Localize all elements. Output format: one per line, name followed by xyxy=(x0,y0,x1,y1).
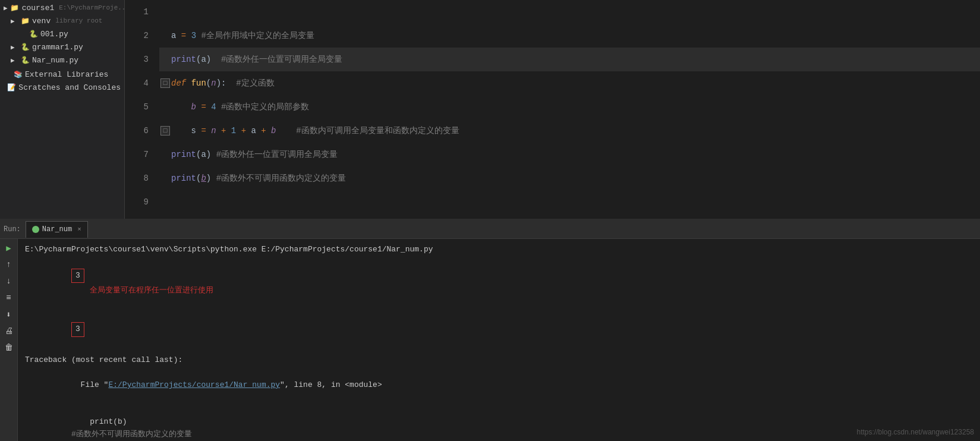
code-token: #函数外不可调用函数内定义的变量 xyxy=(216,166,346,190)
code-token xyxy=(211,143,216,166)
code-token xyxy=(186,71,191,95)
scratch-icon: 📝 xyxy=(7,83,16,92)
code-token: print xyxy=(171,143,196,166)
code-token: = xyxy=(201,95,206,119)
sidebar-item-001py[interactable]: 🐍 001.py xyxy=(0,27,124,40)
code-editor: 1 2 3 4 5 6 7 8 9 a = 3 xyxy=(125,0,980,219)
code-token: print xyxy=(171,166,196,190)
code-token: s xyxy=(191,119,196,143)
sidebar-item-scratches[interactable]: 📝 Scratches and Consoles xyxy=(0,81,124,94)
sidebar-item-external[interactable]: 📚 External Libraries xyxy=(0,68,124,81)
code-token: ) xyxy=(206,166,211,190)
arrow-icon: ▶ xyxy=(11,56,18,64)
code-token: b xyxy=(201,166,206,190)
code-token: ) xyxy=(206,143,211,166)
line-numbers: 1 2 3 4 5 6 7 8 9 xyxy=(125,0,155,219)
run-tab-narnum[interactable]: Nar_num × xyxy=(26,221,88,238)
sidebar-item-label: Nar_num.py xyxy=(32,56,78,65)
output-file-suffix: ", line 8, in <module> xyxy=(280,380,382,389)
folder-icon: 📁 xyxy=(10,3,20,12)
fold-marker-4[interactable]: □ xyxy=(160,78,170,88)
code-token xyxy=(186,24,191,48)
code-token: 1 xyxy=(231,119,236,143)
output-file-line: File "E:/PycharmProjects/course1/Nar_num… xyxy=(25,367,973,404)
output-print-comment: #函数外不可调用函数内定义的变量 xyxy=(71,430,192,439)
sidebar-item-venv[interactable]: ▶ 📁 venv library root xyxy=(0,14,124,27)
run-label: Run: xyxy=(4,225,21,234)
code-line-3: print ( a ) #函数外任一位置可调用全局变量 xyxy=(159,48,980,71)
code-token: def xyxy=(171,71,186,95)
run-button[interactable]: ▶ xyxy=(2,241,15,254)
tab-close-button[interactable]: × xyxy=(77,226,81,233)
output-print-line: print(b) #函数外不可调用函数内定义的变量 xyxy=(25,404,973,441)
sidebar-item-narnum[interactable]: ▶ 🐍 Nar_num.py xyxy=(0,53,124,67)
scroll-down-button[interactable]: ↓ xyxy=(2,275,15,288)
tab-icon xyxy=(32,226,39,233)
output-print-text: print(b) xyxy=(71,417,131,426)
bottom-panel: Run: Nar_num × ▶ ↑ ↓ ≡ ⬇ 🖨 🗑 E:\PycharmP… xyxy=(0,220,980,441)
code-token: ): xyxy=(216,71,226,95)
line-num-9: 9 xyxy=(125,190,149,214)
code-token: a xyxy=(251,119,256,143)
code-token: n xyxy=(211,119,216,143)
code-token xyxy=(171,119,191,143)
folder-icon: 📁 xyxy=(20,16,30,26)
code-token: = xyxy=(181,24,186,48)
pin-button[interactable]: ⬇ xyxy=(2,308,15,321)
code-line-4: □ def fun ( n ): #定义函数 xyxy=(159,71,980,95)
sidebar-item-grammar1[interactable]: ▶ 🐍 grammar1.py xyxy=(0,40,124,53)
code-token: b xyxy=(271,119,276,143)
output-file-prefix: File " xyxy=(71,380,108,389)
code-line-6: □ s = n + 1 + a + xyxy=(159,119,980,143)
sidebar-item-label: grammar1.py xyxy=(32,43,83,52)
py-icon: 🐍 xyxy=(20,55,30,65)
sidebar-item-course1[interactable]: ▶ 📁 course1 E:\PycharmProje... xyxy=(0,1,124,14)
code-token: #定义函数 xyxy=(236,71,274,95)
code-token xyxy=(196,119,201,143)
sidebar: ▶ 📁 course1 E:\PycharmProje... ▶ 📁 venv … xyxy=(0,0,125,219)
code-line-7: print ( a ) #函数外任一位置可调用全局变量 xyxy=(159,143,980,166)
scratches-label: Scratches and Consoles xyxy=(18,83,121,92)
code-token xyxy=(266,119,271,143)
line-num-4: 4 xyxy=(125,71,149,95)
clear-button[interactable]: 🗑 xyxy=(2,341,15,354)
code-token: a xyxy=(201,143,206,166)
run-content: ▶ ↑ ↓ ≡ ⬇ 🖨 🗑 E:\PycharmProjects\course1… xyxy=(0,239,980,441)
code-token: n xyxy=(211,71,216,95)
code-token: 3 xyxy=(191,24,196,48)
code-token: fun xyxy=(191,71,206,95)
code-token xyxy=(206,95,211,119)
course1-path: E:\PycharmProje... xyxy=(59,4,130,11)
output-path-line: E:\PycharmProjects\course1\venv\Scripts\… xyxy=(25,244,973,256)
code-token xyxy=(211,166,216,190)
code-token xyxy=(276,119,297,143)
code-token: #全局作用域中定义的全局变量 xyxy=(201,24,314,48)
run-tab-bar: Run: Nar_num × xyxy=(0,220,980,239)
output-file-link[interactable]: E:/PycharmProjects/course1/Nar_num.py xyxy=(108,380,280,389)
console-output: E:\PycharmProjects\course1\venv\Scripts\… xyxy=(18,239,980,441)
code-token xyxy=(176,24,181,48)
wrap-button[interactable]: ≡ xyxy=(2,291,15,304)
code-token: ( xyxy=(206,71,211,95)
tab-name: Nar_num xyxy=(42,225,72,234)
code-token: #函数外任一位置可调用全局变量 xyxy=(221,48,342,71)
code-line-5: b = 4 #函数中定义的局部参数 xyxy=(159,95,980,119)
output-num2-line: 3 xyxy=(25,310,973,351)
code-token xyxy=(171,95,191,119)
code-token: a xyxy=(171,24,176,48)
code-token: print xyxy=(171,48,196,71)
code-token xyxy=(196,24,201,48)
line-num-3: 3 xyxy=(125,48,149,71)
scroll-up-button[interactable]: ↑ xyxy=(2,258,15,271)
venv-extra: library root xyxy=(55,17,102,24)
line-num-8: 8 xyxy=(125,166,149,190)
code-area[interactable]: a = 3 #全局作用域中定义的全局变量 print ( a ) #函数外任一位… xyxy=(155,0,980,219)
line-num-6: 6 xyxy=(125,119,149,143)
code-token xyxy=(226,71,236,95)
line-num-2: 2 xyxy=(125,24,149,48)
library-icon: 📚 xyxy=(13,70,23,79)
fold-marker-6[interactable]: □ xyxy=(160,126,170,136)
run-content-wrapper: ▶ ↑ ↓ ≡ ⬇ 🖨 🗑 E:\PycharmProjects\course1… xyxy=(0,239,980,441)
code-token: + xyxy=(261,119,266,143)
print-button[interactable]: 🖨 xyxy=(2,325,15,338)
